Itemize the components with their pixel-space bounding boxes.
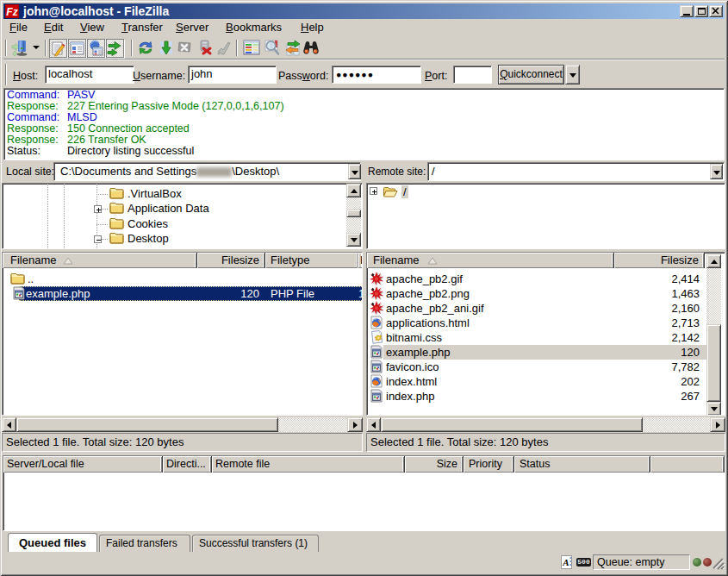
- svg-text:A: A: [562, 557, 569, 567]
- svg-text:Fz: Fz: [6, 6, 17, 18]
